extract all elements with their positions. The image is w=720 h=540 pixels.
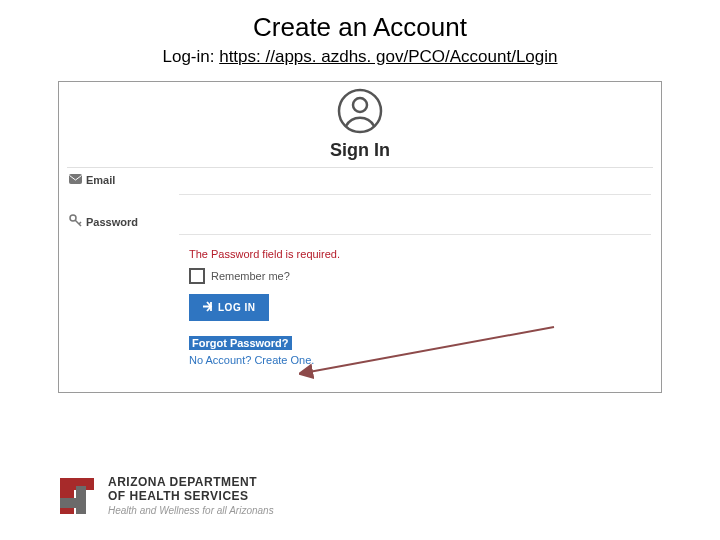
- email-label: Email: [69, 174, 179, 186]
- login-arrow-icon: [203, 301, 214, 314]
- footer-title-1: ARIZONA DEPARTMENT: [108, 476, 274, 489]
- password-label-text: Password: [86, 216, 138, 228]
- create-account-link[interactable]: No Account? Create One.: [189, 354, 661, 366]
- remember-label: Remember me?: [211, 270, 290, 282]
- password-row: Password: [69, 214, 651, 244]
- key-icon: [69, 214, 82, 229]
- azdhs-logo-icon: [58, 476, 98, 516]
- footer-tagline: Health and Wellness for all Arizonans: [108, 505, 274, 516]
- remember-row: Remember me?: [189, 268, 661, 284]
- envelope-icon: [69, 174, 82, 186]
- signin-heading: Sign In: [59, 140, 661, 161]
- slide-title: Create an Account: [0, 12, 720, 43]
- svg-point-1: [353, 98, 367, 112]
- password-input[interactable]: [179, 214, 651, 235]
- svg-rect-2: [70, 175, 82, 184]
- footer-title-2: OF HEALTH SERVICES: [108, 490, 274, 503]
- login-url-line: Log-in: https: //apps. azdhs. gov/PCO/Ac…: [0, 47, 720, 67]
- email-input[interactable]: [179, 174, 651, 195]
- email-label-text: Email: [86, 174, 115, 186]
- svg-rect-8: [60, 498, 80, 508]
- email-row: Email: [69, 174, 651, 204]
- password-error: The Password field is required.: [189, 248, 661, 260]
- login-button[interactable]: LOG IN: [189, 294, 269, 321]
- login-url-link[interactable]: https: //apps. azdhs. gov/PCO/Account/Lo…: [219, 47, 557, 66]
- login-button-label: LOG IN: [218, 302, 255, 313]
- divider: [67, 167, 653, 168]
- forgot-password-link[interactable]: Forgot Password?: [189, 336, 292, 350]
- signin-panel: Sign In Email Password The Password fiel…: [58, 81, 662, 393]
- footer: ARIZONA DEPARTMENT OF HEALTH SERVICES He…: [58, 476, 274, 516]
- remember-checkbox[interactable]: [189, 268, 205, 284]
- password-label: Password: [69, 214, 179, 229]
- login-label: Log-in:: [162, 47, 219, 66]
- avatar-icon: [59, 82, 661, 138]
